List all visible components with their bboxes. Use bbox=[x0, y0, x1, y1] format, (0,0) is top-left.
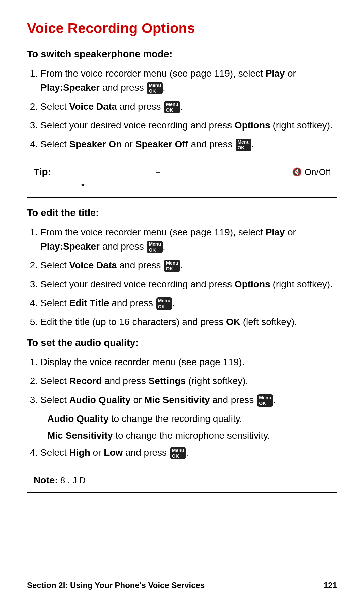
section3-steps: Display the voice recorder menu (see pag… bbox=[40, 355, 337, 407]
bold-settings: Settings bbox=[149, 376, 186, 386]
section-audio-quality: To set the audio quality: Display the vo… bbox=[27, 337, 337, 460]
section1-heading: To switch speakerphone mode: bbox=[27, 49, 337, 60]
tip-onoff: On/Off bbox=[305, 166, 330, 179]
indent-audio-quality: Audio Quality to change the recording qu… bbox=[47, 412, 337, 426]
step-1-2: Select Voice Data and press MenuOK. bbox=[40, 99, 337, 114]
bold-voice-data-2: Voice Data bbox=[69, 260, 117, 270]
section2-heading: To edit the title: bbox=[27, 207, 337, 219]
bold-speaker-off: Speaker Off bbox=[135, 139, 188, 149]
footer-right: 121 bbox=[324, 581, 337, 590]
section-speakerphone: To switch speakerphone mode: From the vo… bbox=[27, 49, 337, 151]
menu-ok-icon-7: MenuOK bbox=[257, 394, 273, 407]
step-2-1: From the voice recorder menu (see page 1… bbox=[40, 225, 337, 254]
section2-steps: From the voice recorder menu (see page 1… bbox=[40, 225, 337, 329]
step-1-3: Select your desired voice recording and … bbox=[40, 118, 337, 133]
bold-play-speaker: Play:Speaker bbox=[40, 82, 100, 93]
step-3-2: Select Record and press Settings (right … bbox=[40, 374, 337, 388]
footer-left: Section 2I: Using Your Phone's Voice Ser… bbox=[27, 581, 205, 590]
tip-bottom-row: - * bbox=[34, 180, 330, 193]
tip-content: Tip: + 🔇 On/Off bbox=[34, 165, 330, 179]
bold-audio-quality: Audio Quality bbox=[69, 395, 131, 405]
tip-label: Tip: + bbox=[34, 165, 161, 179]
step-1-1: From the voice recorder menu (see page 1… bbox=[40, 66, 337, 95]
bold-mic-sensitivity-desc: Mic Sensitivity bbox=[47, 430, 113, 441]
section1-steps: From the voice recorder menu (see page 1… bbox=[40, 66, 337, 151]
bold-options-1: Options bbox=[235, 120, 270, 131]
menu-ok-icon-8: MenuOK bbox=[170, 447, 186, 460]
section-edit-title: To edit the title: From the voice record… bbox=[27, 207, 337, 329]
bold-ok: OK bbox=[226, 317, 240, 327]
menu-ok-icon-5: MenuOK bbox=[164, 260, 180, 272]
speaker-icon: 🔇 bbox=[292, 166, 302, 178]
bold-record: Record bbox=[69, 376, 102, 386]
menu-ok-icon-4: MenuOK bbox=[147, 241, 163, 254]
step-2-5: Edit the title (up to 16 characters) and… bbox=[40, 315, 337, 329]
step-2-2: Select Voice Data and press MenuOK. bbox=[40, 258, 337, 272]
bold-play-2: Play bbox=[266, 227, 285, 237]
tip-speaker: 🔇 On/Off bbox=[292, 166, 330, 179]
indent-mic-sensitivity: Mic Sensitivity to change the microphone… bbox=[47, 429, 337, 443]
step-3-3: Select Audio Quality or Mic Sensitivity … bbox=[40, 393, 337, 407]
tip-box: Tip: + 🔇 On/Off - * bbox=[27, 160, 337, 198]
bold-high: High bbox=[69, 447, 90, 458]
section3-heading: To set the audio quality: bbox=[27, 337, 337, 348]
bold-edit-title: Edit Title bbox=[69, 298, 109, 308]
step-1-4: Select Speaker On or Speaker Off and pre… bbox=[40, 137, 337, 151]
bold-speaker-on: Speaker On bbox=[69, 139, 122, 149]
bold-play-speaker-2: Play:Speaker bbox=[40, 241, 100, 252]
bold-options-2: Options bbox=[235, 279, 270, 289]
bold-voice-data-1: Voice Data bbox=[69, 101, 117, 112]
menu-ok-icon-3: MenuOK bbox=[236, 139, 251, 151]
step-2-3: Select your desired voice recording and … bbox=[40, 277, 337, 291]
section3-step4: Select High or Low and press MenuOK. bbox=[40, 445, 337, 460]
step-3-4: Select High or Low and press MenuOK. bbox=[40, 445, 337, 460]
note-box: Note: 8 . J D bbox=[27, 468, 337, 493]
bold-play: Play bbox=[266, 68, 285, 79]
bold-mic-sensitivity: Mic Sensitivity bbox=[144, 395, 210, 405]
step-3-1: Display the voice recorder menu (see pag… bbox=[40, 355, 337, 369]
page-title: Voice Recording Options bbox=[27, 20, 337, 36]
footer: Section 2I: Using Your Phone's Voice Ser… bbox=[27, 576, 337, 590]
menu-ok-icon-6: MenuOK bbox=[156, 297, 172, 310]
note-text: 8 . J D bbox=[60, 475, 86, 485]
menu-ok-icon-2: MenuOK bbox=[164, 101, 180, 114]
bold-low: Low bbox=[104, 447, 123, 458]
step-2-4: Select Edit Title and press MenuOK. bbox=[40, 296, 337, 310]
note-label: Note: bbox=[34, 475, 58, 485]
bold-audio-quality-desc: Audio Quality bbox=[47, 413, 109, 424]
menu-ok-icon-1: MenuOK bbox=[147, 82, 163, 95]
